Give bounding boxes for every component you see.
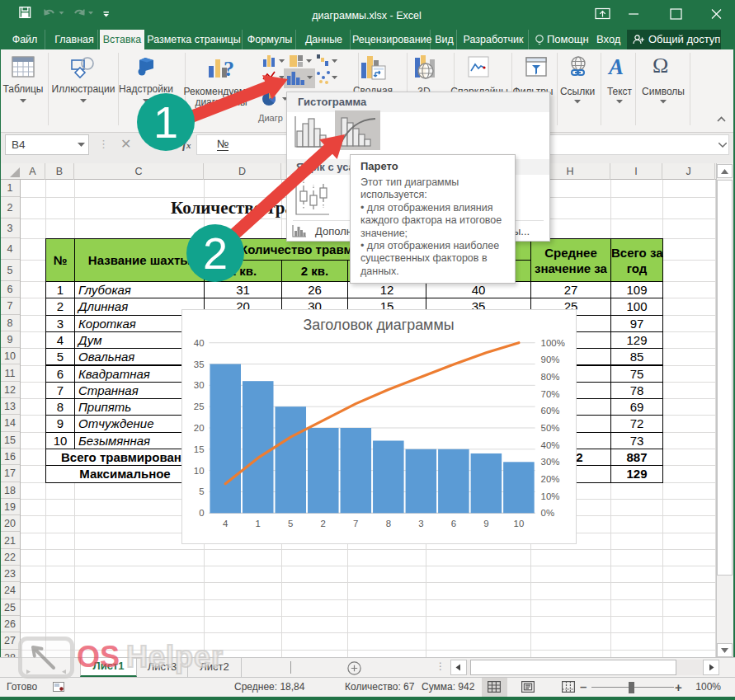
svg-text:10: 10 <box>514 519 525 529</box>
svg-text:9: 9 <box>483 519 488 529</box>
svg-text:40: 40 <box>194 338 205 348</box>
svg-text:50%: 50% <box>541 423 560 433</box>
svg-text:0%: 0% <box>541 508 555 518</box>
svg-text:0: 0 <box>199 508 204 518</box>
svg-text:100%: 100% <box>541 338 565 348</box>
svg-text:90%: 90% <box>541 355 560 364</box>
svg-text:60%: 60% <box>541 406 560 416</box>
svg-text:20%: 20% <box>541 474 560 484</box>
svg-text:3: 3 <box>418 519 423 529</box>
svg-text:10: 10 <box>194 466 205 476</box>
svg-text:2: 2 <box>321 519 326 529</box>
svg-text:4: 4 <box>223 519 229 529</box>
svg-text:8: 8 <box>386 519 391 529</box>
svg-text:5: 5 <box>288 519 293 529</box>
svg-text:1: 1 <box>256 519 261 529</box>
svg-text:5: 5 <box>199 486 204 496</box>
svg-text:40%: 40% <box>541 440 560 450</box>
svg-text:10%: 10% <box>541 491 560 501</box>
svg-text:?: ? <box>224 57 234 81</box>
svg-text:20: 20 <box>194 423 205 433</box>
svg-text:7: 7 <box>353 519 358 529</box>
svg-text:70%: 70% <box>541 389 560 399</box>
svg-text:6: 6 <box>451 519 456 529</box>
svg-text:80%: 80% <box>541 372 560 382</box>
svg-text:25: 25 <box>194 402 205 411</box>
svg-text:Заголовок диаграммы: Заголовок диаграммы <box>303 317 454 333</box>
svg-text:30%: 30% <box>541 457 560 467</box>
svg-text:30: 30 <box>194 380 205 390</box>
svg-text:15: 15 <box>194 444 205 454</box>
svg-text:35: 35 <box>194 359 205 369</box>
